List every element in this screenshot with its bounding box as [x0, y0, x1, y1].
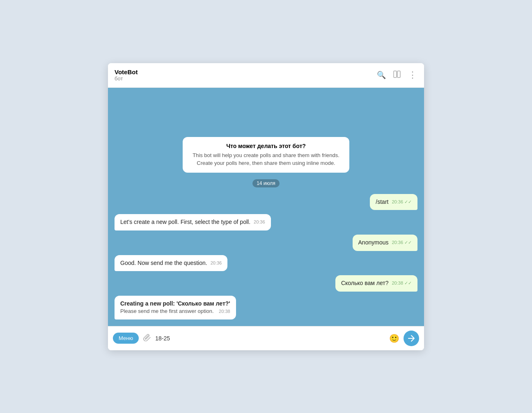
intro-bubble: Что может делать этот бот? This bot will…	[183, 137, 349, 172]
chat-header: VoteBot бот 🔍 ⋮	[108, 63, 424, 88]
msg-creating-meta: 20:38	[219, 308, 230, 315]
chat-window: VoteBot бот 🔍 ⋮ Что может делать этот бо…	[108, 63, 424, 350]
msg-start-row: /start 20:36 ✓✓	[115, 194, 417, 210]
intro-body: This bot will help you create polls and …	[189, 152, 343, 167]
msg-select-type-bubble: Let's create a new poll. First, select t…	[115, 214, 271, 230]
msg-question-bubble: Сколько вам лет? 20:38 ✓✓	[335, 275, 417, 292]
emoji-icon[interactable]: 🙂	[389, 333, 399, 343]
msg-send-question-meta: 20:36	[211, 260, 222, 266]
msg-creating-subtitle: Please send me the first answer option. …	[120, 308, 230, 315]
chat-top-spacer	[115, 94, 417, 133]
message-input[interactable]	[155, 335, 385, 342]
msg-anonymous-text: Anonymous	[358, 239, 389, 246]
msg-question-meta: 20:38 ✓✓	[392, 280, 412, 286]
msg-question-row: Сколько вам лет? 20:38 ✓✓	[115, 275, 417, 292]
menu-button[interactable]: Меню	[113, 333, 139, 344]
chat-input-row: Меню 🙂	[108, 326, 424, 350]
msg-creating-bubble: Creating a new poll: 'Сколько вам лет?' …	[115, 296, 236, 319]
msg-anonymous-bubble: Anonymous 20:36 ✓✓	[353, 235, 417, 251]
msg-send-question-bubble: Good. Now send me the question. 20:36	[115, 255, 227, 272]
more-icon[interactable]: ⋮	[408, 70, 417, 80]
msg-creating-title: Creating a new poll: 'Сколько вам лет?'	[120, 300, 230, 308]
msg-start-text: /start	[376, 199, 388, 205]
msg-send-question-row: Good. Now send me the question. 20:36	[115, 255, 417, 272]
msg-select-type-meta: 20:36	[254, 219, 265, 225]
svg-rect-1	[397, 71, 400, 78]
send-button[interactable]	[404, 331, 419, 346]
header-actions: 🔍 ⋮	[377, 70, 417, 80]
msg-anonymous-meta: 20:36 ✓✓	[392, 240, 412, 246]
bot-subtitle: бот	[115, 75, 377, 82]
msg-send-question-text: Good. Now send me the question.	[120, 260, 207, 266]
chat-body: Что может делать этот бот? This bot will…	[108, 88, 424, 326]
layout-icon[interactable]	[393, 71, 401, 80]
msg-creating-row: Creating a new poll: 'Сколько вам лет?' …	[115, 296, 417, 319]
msg-start-bubble: /start 20:36 ✓✓	[370, 194, 417, 210]
date-badge: 14 июля	[115, 179, 417, 187]
search-icon[interactable]: 🔍	[377, 71, 386, 80]
bot-name: VoteBot	[115, 68, 377, 75]
attach-icon[interactable]	[143, 333, 151, 343]
msg-anonymous-row: Anonymous 20:36 ✓✓	[115, 235, 417, 251]
msg-start-meta: 20:36 ✓✓	[392, 199, 412, 205]
svg-rect-0	[394, 71, 397, 78]
msg-question-text: Сколько вам лет?	[341, 280, 389, 286]
intro-title: Что может делать этот бот?	[189, 143, 343, 149]
msg-select-type-text: Let's create a new poll. First, select t…	[120, 219, 250, 225]
chat-header-info: VoteBot бот	[115, 68, 377, 82]
msg-select-type-row: Let's create a new poll. First, select t…	[115, 214, 417, 230]
intro-bubble-row: Что может делать этот бот? This bot will…	[115, 137, 417, 172]
